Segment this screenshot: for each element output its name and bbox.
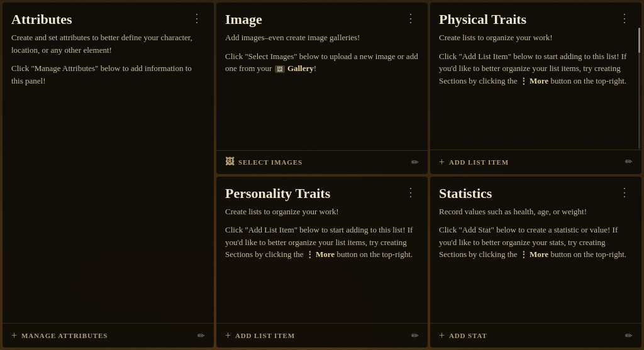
add-stat-label: ADD STAT xyxy=(449,332,487,339)
card-attributes-header: Attributes ⋮ xyxy=(3,3,214,31)
card-attributes: Attributes ⋮ Create and set attributes t… xyxy=(3,3,214,347)
card-personality-traits-para2: Click "Add List Item" below to start add… xyxy=(225,224,419,261)
scrollbar-physical xyxy=(638,28,640,149)
add-list-item-personality-button[interactable]: + ADD LIST ITEM xyxy=(225,330,295,341)
card-personality-traits-footer: + ADD LIST ITEM ✏ xyxy=(216,323,428,347)
card-personality-traits-title: Personality Traits xyxy=(225,185,330,202)
card-image-para2: Click "Select Images" below to upload a … xyxy=(225,50,419,75)
more-highlight-personality: More xyxy=(316,249,335,259)
add-list-item-physical-button[interactable]: + ADD LIST ITEM xyxy=(439,156,509,168)
card-personality-traits-menu[interactable]: ⋮ xyxy=(402,185,419,199)
attributes-edit-icon[interactable]: ✏ xyxy=(197,331,205,341)
card-image-text: Add images–even create image galleries! … xyxy=(225,31,419,75)
card-statistics: Statistics ⋮ Record values such as healt… xyxy=(430,177,641,348)
personality-traits-edit-icon[interactable]: ✏ xyxy=(411,331,419,341)
plus-icon: + xyxy=(11,330,18,341)
plus-icon-stats: + xyxy=(439,330,445,341)
card-statistics-header: Statistics ⋮ xyxy=(430,177,641,205)
card-attributes-body: Create and set attributes to better defi… xyxy=(3,31,214,323)
card-physical-traits-para2: Click "Add List Item" below to start add… xyxy=(439,50,633,87)
card-statistics-para1: Record values such as health, age, or we… xyxy=(439,205,633,218)
add-list-item-physical-label: ADD LIST ITEM xyxy=(449,158,509,166)
manage-attributes-label: MANAGE ATTRIBUTES xyxy=(21,332,108,339)
card-image-para1: Add images–even create image galleries! xyxy=(225,31,419,44)
statistics-edit-icon[interactable]: ✏ xyxy=(625,331,633,341)
card-physical-traits-text: Create lists to organize your work! Clic… xyxy=(439,31,633,87)
scrollbar-thumb-physical xyxy=(638,28,640,53)
manage-attributes-button[interactable]: + MANAGE ATTRIBUTES xyxy=(11,330,108,341)
more-highlight-stats: More xyxy=(530,249,548,259)
card-statistics-menu[interactable]: ⋮ xyxy=(616,185,633,199)
card-attributes-title: Attributes xyxy=(11,11,72,28)
card-statistics-footer: + ADD STAT ✏ xyxy=(430,323,641,347)
select-images-button[interactable]: 🖼 SELECT IMAGES xyxy=(225,157,303,167)
card-physical-traits-footer: + ADD LIST ITEM ✏ xyxy=(430,150,641,174)
plus-icon-personality: + xyxy=(225,330,231,341)
more-highlight-physical: More xyxy=(530,76,548,85)
add-list-item-personality-label: ADD LIST ITEM xyxy=(235,332,295,339)
card-image-menu[interactable]: ⋮ xyxy=(402,11,419,25)
card-image-header: Image ⋮ xyxy=(216,3,428,31)
card-statistics-body: Record values such as health, age, or we… xyxy=(430,205,641,324)
card-personality-traits-text: Create lists to organize your work! Clic… xyxy=(225,205,419,261)
plus-icon-physical: + xyxy=(439,156,445,168)
card-physical-traits-title: Physical Traits xyxy=(439,11,526,28)
card-attributes-footer: + MANAGE ATTRIBUTES ✏ xyxy=(3,323,214,347)
card-image-body: Add images–even create image galleries! … xyxy=(216,31,428,150)
gallery-highlight: Gallery xyxy=(287,63,314,73)
card-physical-traits-para1: Create lists to organize your work! xyxy=(439,31,633,44)
card-attributes-para1: Create and set attributes to better defi… xyxy=(11,31,205,56)
card-statistics-para2: Click "Add Stat" below to create a stati… xyxy=(439,224,633,261)
card-personality-traits-header: Personality Traits ⋮ xyxy=(216,177,428,205)
main-grid: Attributes ⋮ Create and set attributes t… xyxy=(0,0,644,350)
card-physical-traits-menu[interactable]: ⋮ xyxy=(616,11,633,25)
card-image-title: Image xyxy=(225,11,262,28)
image-icon: 🖼 xyxy=(225,157,235,167)
card-physical-traits-header: Physical Traits ⋮ xyxy=(430,3,641,31)
card-physical-traits: Physical Traits ⋮ Create lists to organi… xyxy=(430,3,641,174)
gallery-inline-icon: 🖼 xyxy=(275,65,285,73)
card-personality-traits: Personality Traits ⋮ Create lists to org… xyxy=(216,177,428,348)
card-physical-traits-body: Create lists to organize your work! Clic… xyxy=(430,31,641,150)
select-images-label: SELECT IMAGES xyxy=(238,158,303,166)
image-edit-icon[interactable]: ✏ xyxy=(411,157,419,168)
card-attributes-text: Create and set attributes to better defi… xyxy=(11,31,205,87)
card-attributes-menu[interactable]: ⋮ xyxy=(189,11,205,25)
card-image-footer: 🖼 SELECT IMAGES ✏ xyxy=(216,150,428,174)
physical-traits-edit-icon[interactable]: ✏ xyxy=(625,156,633,167)
card-statistics-text: Record values such as health, age, or we… xyxy=(439,205,633,261)
card-statistics-title: Statistics xyxy=(439,185,492,202)
card-attributes-para2: Click "Manage Attributes" below to add i… xyxy=(11,62,205,87)
card-image: Image ⋮ Add images–even create image gal… xyxy=(216,3,428,174)
card-personality-traits-body: Create lists to organize your work! Clic… xyxy=(216,205,428,324)
card-personality-traits-para1: Create lists to organize your work! xyxy=(225,205,419,218)
add-stat-button[interactable]: + ADD STAT xyxy=(439,330,487,341)
